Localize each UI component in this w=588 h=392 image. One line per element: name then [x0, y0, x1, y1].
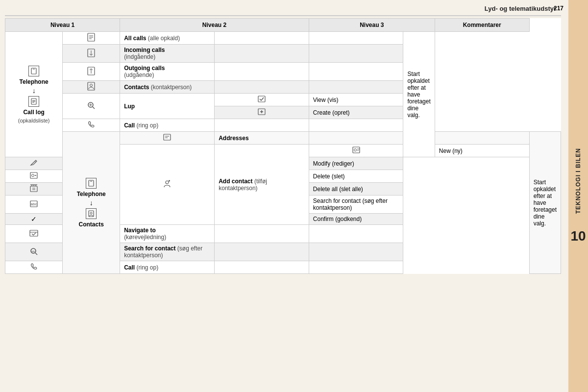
contacts-icon	[87, 82, 96, 91]
header-kommentarer: Kommentarer	[435, 19, 529, 32]
allcalls-label: All calls (alle opkald)	[120, 32, 215, 45]
section2-kommentar: Start opkaldet efter at have foretaget d…	[529, 132, 561, 274]
search2-icon: abc	[29, 247, 38, 256]
header-niveau2: Niveau 2	[120, 19, 309, 32]
search2-icon-cell: abc	[5, 243, 63, 261]
create-label: Create (opret)	[309, 106, 403, 119]
calllog-sub: (opkaldsliste)	[18, 118, 50, 123]
svg-rect-20	[258, 96, 265, 102]
navigation-table: Niveau 1 Niveau 2 Niveau 3 Kommentarer T…	[5, 18, 561, 274]
addresses-label: Addresses	[215, 132, 309, 145]
table-row: Telephone ↓ Call log (opkaldsliste) All …	[5, 32, 561, 45]
telephone-icon	[28, 66, 39, 76]
svg-text:abc: abc	[31, 250, 36, 253]
allcalls-icon	[87, 33, 96, 42]
searchcontact-icon-cell: abc	[5, 196, 63, 214]
outgoing-n3-label	[309, 63, 403, 81]
call1-icon-cell	[63, 119, 120, 132]
contacts2-label: Contacts	[79, 221, 104, 228]
deleteall-icon-cell	[5, 183, 63, 196]
confirm-icon-cell: ✓	[5, 214, 63, 225]
searchcontact-icon: abc	[29, 199, 38, 208]
navigate-icon	[29, 229, 38, 238]
side-tab-label: TEKNOLOGI I BILEN	[575, 148, 582, 214]
svg-rect-42	[30, 186, 37, 192]
addcontact-label: Add contact (tilføj kontaktperson)	[215, 145, 309, 225]
create-icon	[257, 107, 266, 116]
incoming-icon-cell	[63, 45, 120, 63]
incoming-n3-label	[309, 45, 403, 63]
navigate-icon-cell	[5, 225, 63, 243]
search2-n3-icon	[215, 243, 309, 261]
svg-rect-51	[30, 230, 38, 236]
call2-n3-label	[309, 261, 403, 274]
navigate-n3-label	[309, 225, 403, 243]
navigate-label: Navigate to(kørevejledning)	[120, 225, 215, 243]
confirm-label: Confirm (godkend)	[309, 214, 403, 225]
deleteall-label: Delete all (slet alle)	[309, 183, 403, 196]
allcalls-icon-cell	[63, 32, 120, 45]
call1-n3-label	[309, 119, 403, 132]
call1-icon	[87, 120, 96, 129]
svg-text:abc: abc	[31, 202, 37, 206]
svg-point-27	[90, 212, 92, 214]
call2-icon-cell	[5, 261, 63, 274]
svg-point-31	[166, 181, 169, 184]
table-row: Incoming calls(indgående)	[5, 45, 561, 63]
level1-telephone-contacts: Telephone ↓ Contacts	[63, 132, 120, 274]
call2-icon	[29, 262, 38, 271]
new-icon	[352, 146, 361, 154]
delete-icon-cell	[5, 170, 63, 183]
addcontact-icon-cell	[120, 145, 215, 225]
side-number: 10	[570, 228, 586, 244]
table-row: Contacts (kontaktperson)	[5, 81, 561, 94]
table-row: Outgoing calls(udgående)	[5, 63, 561, 81]
incoming-label: Incoming calls(indgående)	[120, 45, 215, 63]
searchforcontact-label: Search for contact (søg efter kontaktper…	[120, 243, 215, 261]
view-icon	[257, 95, 266, 103]
delete-icon	[29, 171, 38, 180]
addresses-n3-icon	[309, 132, 403, 145]
outgoing-label: Outgoing calls(udgående)	[120, 63, 215, 81]
call2-n3-icon	[215, 261, 309, 274]
confirm-checkmark: ✓	[31, 215, 37, 223]
header-niveau1: Niveau 1	[5, 19, 120, 32]
modify-label: Modify (rediger)	[309, 157, 403, 170]
table-row: Telephone ↓ Contacts Addresses S	[5, 132, 561, 145]
searchcontact-label: Search for contact (søg efter kontaktper…	[309, 196, 403, 214]
header-niveau3: Niveau 3	[309, 19, 435, 32]
side-tab: TEKNOLOGI I BILEN 10	[568, 0, 588, 392]
arrow-down: ↓	[32, 87, 36, 94]
allcalls-n3-icon	[215, 32, 309, 45]
calllog-label: Call log	[23, 109, 44, 116]
lup-label: Lup	[120, 94, 215, 119]
svg-rect-28	[164, 134, 171, 140]
outgoing-n3-icon	[215, 63, 309, 81]
arrow-down2: ↓	[90, 199, 93, 206]
contacts-n3-icon	[215, 81, 309, 94]
view-label: View (vis)	[309, 94, 403, 106]
navigate-n3-icon	[215, 225, 309, 243]
calllog-icon	[28, 96, 39, 107]
svg-point-40	[32, 174, 34, 177]
contacts-label: Contacts (kontaktperson)	[120, 81, 215, 94]
level1-telephone-calllog: Telephone ↓ Call log (opkaldsliste)	[5, 32, 63, 157]
addresses-n3-label	[435, 132, 529, 145]
contacts-icon-cell	[63, 81, 120, 94]
search2-n3-label	[309, 243, 403, 261]
table-row: Call (ring op)	[5, 119, 561, 132]
svg-line-17	[93, 107, 95, 109]
contacts-n3-label	[309, 81, 403, 94]
new-label: New (ny)	[435, 145, 529, 157]
page-title: Lyd- og telematikudstyr	[485, 5, 561, 12]
outgoing-icon	[87, 67, 96, 75]
incoming-icon	[87, 49, 96, 57]
incoming-n3-icon	[215, 45, 309, 63]
page-number: 217	[554, 5, 564, 12]
lup-icon	[87, 101, 96, 110]
new-icon-cell	[309, 145, 403, 157]
call1-n3-icon	[215, 119, 309, 132]
deleteall-icon	[29, 184, 38, 193]
modify-icon-cell	[5, 157, 63, 170]
addresses-icon-cell	[120, 132, 215, 145]
